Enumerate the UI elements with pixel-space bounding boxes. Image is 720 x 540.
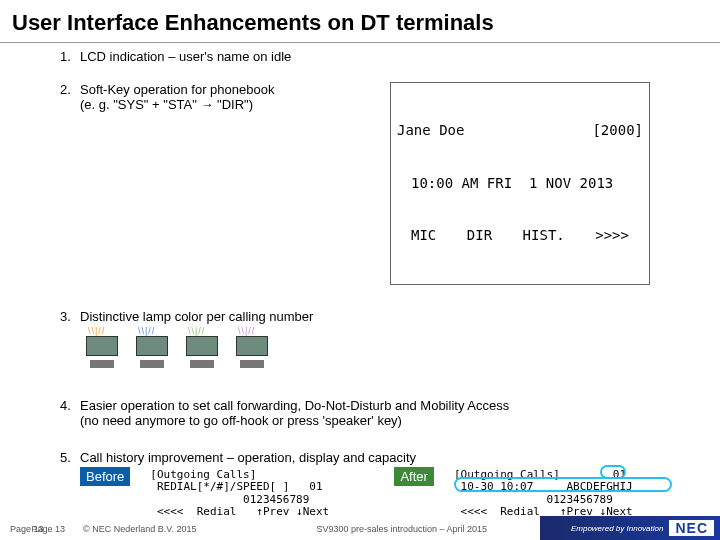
bullet-5-text: Call history improvement – operation, di…	[80, 450, 680, 465]
bullet-2: Soft-Key operation for phonebook (e. g. …	[60, 82, 680, 285]
brand-tagline: Empowered by Innovation	[571, 524, 664, 533]
slide-content: LCD indication – user's name on idle Sof…	[0, 43, 720, 521]
page-label-2: Page 13	[32, 524, 66, 534]
bullet-3: Distinctive lamp color per calling numbe…	[60, 309, 680, 368]
lcd-sk-more: >>>>	[595, 227, 629, 245]
callhist-before: [Outgoing Calls] REDIAL[*/#]/SPEED[ ] 01…	[148, 467, 376, 522]
bullet-4-sub: (no need anymore to go off-hook or press…	[80, 413, 402, 428]
lcd-sk-dir: DIR	[467, 227, 492, 245]
bullet-1: LCD indication – user's name on idle	[60, 49, 680, 64]
bullet-2-sub: (e. g. "SYS" + "STA" → "DIR")	[80, 97, 274, 112]
terminal-icons: \\|// \\|// \\|// \\|//	[80, 330, 680, 368]
bullet-4: Easier operation to set call forwarding,…	[60, 398, 680, 428]
brand-logo: NEC	[669, 520, 714, 536]
tag-after: After	[394, 467, 433, 486]
bullet-5: Call history improvement – operation, di…	[60, 450, 680, 522]
bullet-4-text: Easier operation to set call forwarding,…	[80, 398, 509, 413]
brand-bar: Empowered by Innovation NEC	[540, 516, 720, 540]
callhist-after: [Outgoing Calls] 01 10-30 10:07 ABCDEFGH…	[452, 467, 680, 522]
copyright: © NEC Nederland B.V. 2015	[83, 524, 196, 534]
lcd-panel: Jane Doe [2000] 10:00 AM FRI 1 NOV 2013 …	[390, 82, 650, 285]
bullet-3-text: Distinctive lamp color per calling numbe…	[80, 309, 680, 324]
lcd-sk-hist: HIST.	[523, 227, 565, 245]
session-title: SV9300 pre-sales introduction – April 20…	[316, 524, 487, 534]
lcd-ext: [2000]	[592, 122, 643, 140]
lcd-sk-mic: MIC	[411, 227, 436, 245]
lcd-datetime: 10:00 AM FRI 1 NOV 2013	[397, 175, 643, 193]
slide-title: User Interface Enhancements on DT termin…	[0, 0, 720, 43]
bullet-2-text: Soft-Key operation for phonebook	[80, 82, 274, 97]
lcd-name: Jane Doe	[397, 122, 464, 140]
bullet-1-text: LCD indication – user's name on idle	[80, 49, 291, 64]
tag-before: Before	[80, 467, 130, 486]
